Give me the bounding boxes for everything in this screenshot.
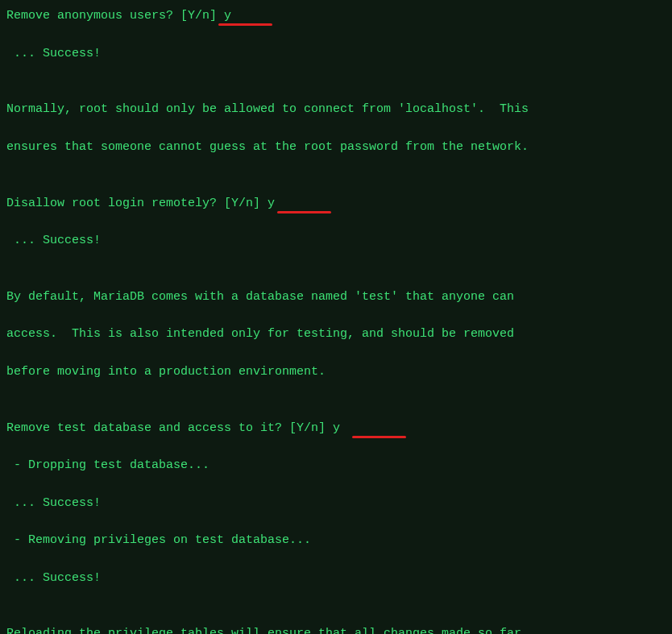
terminal-line: ... Success! [6,231,666,250]
terminal-output: Remove anonymous users? [Y/n] y ... Succ… [6,6,666,634]
terminal-line: By default, MariaDB comes with a databas… [6,288,666,306]
terminal-line: before moving into a production environm… [6,363,666,381]
prompt-remove-anonymous: Remove anonymous users? [Y/n] y [6,6,666,25]
terminal-line: Disallow root login remotely? [Y/n] y [6,197,275,210]
annotation-underline [352,436,406,438]
prompt-disallow-root: Disallow root login remotely? [Y/n] y [6,194,666,213]
terminal-line: ... Success! [6,569,666,587]
terminal-line: - Removing privileges on test database..… [6,531,666,549]
annotation-underline [277,211,331,213]
terminal-line: Reloading the privilege tables will ensu… [6,624,666,634]
terminal-line: access. This is also intended only for t… [6,325,666,343]
terminal-line: Remove anonymous users? [Y/n] y [6,9,231,23]
terminal-line: Normally, root should only be allowed to… [6,100,666,118]
terminal-line: - Dropping test database... [6,456,666,474]
terminal-line: Remove test database and access to it? [… [6,421,340,435]
terminal-line: ... Success! [6,494,666,512]
terminal-line: ensures that someone cannot guess at the… [6,138,666,156]
terminal-line: ... Success! [6,44,666,63]
annotation-underline [218,23,272,26]
prompt-remove-test-db: Remove test database and access to it? [… [6,419,666,437]
